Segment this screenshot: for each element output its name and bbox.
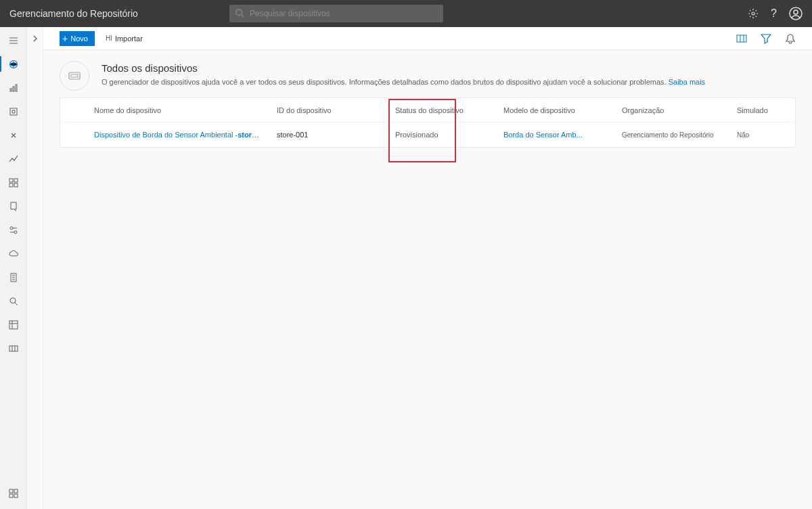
device-name-link[interactable]: Dispositivo de Borda do Sensor Ambiental… (87, 131, 270, 139)
learn-more-link[interactable]: Saiba mais (669, 78, 705, 86)
table-row[interactable]: Dispositivo de Borda do Sensor Ambiental… (60, 123, 795, 147)
svg-rect-19 (9, 321, 18, 329)
svg-rect-14 (11, 202, 16, 209)
gear-icon[interactable] (748, 8, 759, 19)
svg-rect-7 (13, 87, 14, 91)
col-model[interactable]: Modelo de dispositivo (497, 106, 615, 114)
col-id[interactable]: ID do dispositivo (270, 106, 388, 114)
svg-rect-12 (9, 183, 13, 187)
page-title: Todos os dispositivos (102, 62, 705, 74)
page-header: Todos os dispositivos O gerenciador de d… (60, 61, 796, 91)
svg-point-2 (752, 12, 754, 15)
nav-rail (0, 27, 27, 509)
nav-grid1[interactable] (0, 313, 27, 336)
nav-device-groups[interactable] (0, 99, 27, 123)
col-org[interactable]: Organização (615, 106, 730, 114)
new-button-label: Novo (70, 35, 88, 43)
command-bar-right (736, 33, 796, 44)
page-subtitle: O gerenciador de dispositivos ajuda você… (102, 78, 705, 86)
main: + Novo HI Importar Todos os dispositivos (43, 27, 812, 509)
svg-rect-24 (14, 494, 18, 497)
nav-grid2[interactable] (0, 336, 27, 360)
col-sim[interactable]: Simulado (730, 106, 784, 114)
svg-line-1 (242, 15, 244, 18)
nav-cloud[interactable] (0, 242, 27, 265)
account-icon[interactable] (789, 7, 803, 20)
nav-devices[interactable] (0, 52, 27, 76)
nav-connect[interactable] (0, 123, 27, 147)
svg-rect-27 (71, 74, 78, 77)
device-status: Provisionado (388, 131, 497, 139)
search-wrap (229, 5, 443, 22)
content: Todos os dispositivos O gerenciador de d… (43, 50, 812, 148)
svg-point-16 (14, 231, 17, 234)
command-bar: + Novo HI Importar (43, 27, 812, 50)
svg-rect-20 (9, 346, 18, 351)
svg-rect-22 (14, 489, 18, 493)
search-input[interactable] (229, 5, 443, 22)
device-model-link[interactable]: Borda do Sensor Amb... (497, 131, 615, 139)
nav-export[interactable] (0, 194, 27, 218)
import-button[interactable]: HI Importar (106, 35, 143, 43)
nav-search[interactable] (0, 289, 27, 313)
import-label: Importar (115, 35, 143, 43)
nav-analytics[interactable] (0, 76, 27, 99)
svg-rect-21 (9, 489, 13, 493)
svg-rect-10 (9, 179, 13, 182)
svg-rect-6 (10, 89, 12, 91)
nav-hamburger[interactable] (0, 28, 27, 52)
new-button[interactable]: + Novo (60, 31, 95, 46)
svg-rect-11 (14, 179, 18, 182)
svg-rect-25 (737, 35, 746, 42)
table-header-row: Nome do dispositivo ID do dispositivo St… (60, 98, 795, 123)
devices-table: Nome do dispositivo ID do dispositivo St… (60, 97, 796, 148)
col-status[interactable]: Status do dispositivo (388, 106, 497, 114)
topbar: Gerenciamento do Repositório ? (0, 0, 812, 27)
bell-icon[interactable] (785, 33, 796, 44)
search-icon (235, 8, 244, 18)
help-icon[interactable]: ? (771, 7, 777, 20)
col-name[interactable]: Nome do dispositivo (87, 106, 270, 114)
device-sim: Não (730, 131, 784, 139)
device-icon (60, 61, 89, 91)
import-prefix: HI (106, 35, 112, 42)
svg-rect-8 (16, 85, 17, 91)
svg-point-15 (10, 227, 13, 229)
app-title: Gerenciamento do Repositório (9, 8, 138, 19)
plus-icon: + (62, 33, 68, 44)
nav-trends[interactable] (0, 147, 27, 171)
page-header-text: Todos os dispositivos O gerenciador de d… (102, 61, 705, 91)
columns-icon[interactable] (736, 33, 747, 44)
svg-rect-26 (69, 72, 80, 79)
expand-rail-toggle[interactable] (27, 27, 43, 509)
svg-rect-13 (14, 183, 18, 187)
nav-apps[interactable] (0, 481, 27, 505)
svg-point-4 (794, 10, 798, 14)
svg-point-0 (236, 9, 242, 16)
svg-point-18 (10, 298, 16, 303)
nav-jobs[interactable] (0, 218, 27, 242)
svg-rect-9 (10, 108, 17, 115)
svg-rect-23 (9, 494, 13, 497)
nav-templates[interactable] (0, 265, 27, 289)
filter-icon[interactable] (761, 33, 771, 44)
topbar-actions: ? (748, 7, 803, 20)
device-org: Gerenciamento do Repositório (615, 131, 730, 139)
nav-dashboard[interactable] (0, 171, 27, 194)
device-id: store-001 (270, 131, 388, 139)
